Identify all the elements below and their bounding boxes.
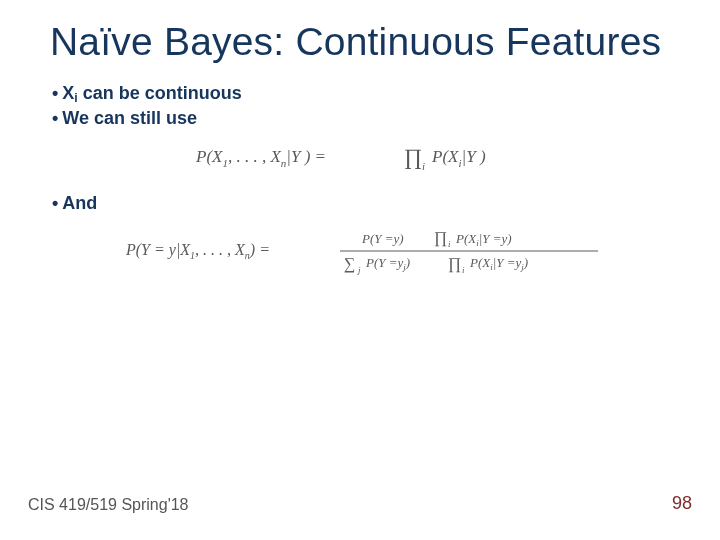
slide-title: Naïve Bayes: Continuous Features	[50, 20, 680, 64]
svg-text:P(Y =y): P(Y =y)	[361, 231, 404, 246]
formula-1: P(X1, . . . , Xn|Y ) = ∏ i P(Xi|Y )	[52, 138, 680, 182]
bullet-3-text: And	[62, 193, 97, 213]
bullet-1-post: can be continuous	[78, 83, 242, 103]
svg-text:∏: ∏	[434, 229, 447, 247]
svg-text:∏: ∏	[404, 144, 422, 169]
bullet-2: •We can still use	[52, 107, 680, 130]
bullet-1-pre: X	[62, 83, 74, 103]
svg-text:P(Xi|Y =yj): P(Xi|Y =yj)	[469, 255, 528, 272]
svg-text:i: i	[422, 160, 425, 172]
svg-text:i: i	[462, 265, 465, 275]
footer-page-number: 98	[672, 493, 692, 514]
svg-text:P(Y = y|X1, . . . , Xn) =: P(Y = y|X1, . . . , Xn) =	[126, 241, 270, 261]
bullet-2-text: We can still use	[62, 108, 197, 128]
svg-text:P(X1, . . . , Xn|Y ) =: P(X1, . . . , Xn|Y ) =	[196, 147, 326, 169]
bullet-dot: •	[52, 82, 58, 105]
slide: Naïve Bayes: Continuous Features •Xi can…	[0, 0, 720, 540]
svg-text:P(Xi|Y ): P(Xi|Y )	[431, 147, 486, 169]
footer-course: CIS 419/519 Spring'18	[28, 496, 189, 514]
svg-text:∏: ∏	[448, 255, 461, 273]
bullet-dot: •	[52, 107, 58, 130]
svg-text:∑: ∑	[344, 255, 355, 273]
bullet-dot: •	[52, 192, 58, 215]
svg-text:i: i	[448, 239, 451, 249]
svg-text:P(Y =yj): P(Y =yj)	[365, 255, 410, 272]
svg-text:P(Xi|Y =y): P(Xi|Y =y)	[455, 231, 512, 248]
slide-body: •Xi can be continuous •We can still use …	[52, 82, 680, 293]
bullet-3: •And	[52, 192, 680, 215]
formula-2: P(Y = y|X1, . . . , Xn) = P(Y =y) ∏ i P(…	[52, 223, 680, 283]
svg-text:j: j	[357, 265, 361, 275]
bullet-1: •Xi can be continuous	[52, 82, 680, 107]
